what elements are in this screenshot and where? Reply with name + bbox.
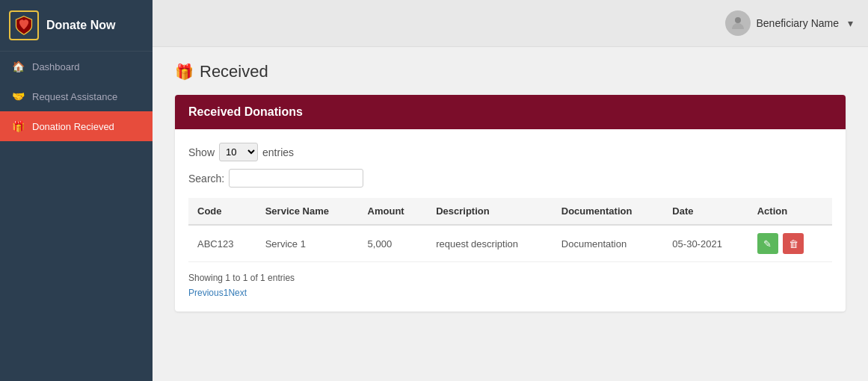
received-donations-card: Received Donations Show 10 25 50 100 ent… xyxy=(175,95,846,312)
cell-description: request description xyxy=(427,225,552,262)
entries-label: entries xyxy=(262,146,294,158)
col-date: Date xyxy=(663,198,748,225)
pagination-links: Previous1Next xyxy=(188,286,832,298)
table-row: ABC123 Service 1 5,000 request descripti… xyxy=(188,225,832,262)
page-heading-icon: 🎁 xyxy=(175,63,194,81)
page-heading: 🎁 Received xyxy=(175,62,846,81)
donations-table: Code Service Name Amount Description Doc… xyxy=(188,198,832,262)
delete-button[interactable]: 🗑 xyxy=(783,233,804,254)
app-logo-icon xyxy=(9,10,39,40)
sidebar-item-dashboard[interactable]: 🏠 Dashboard xyxy=(0,52,153,81)
cell-action: ✎ 🗑 xyxy=(748,225,832,262)
search-row: Search: xyxy=(188,169,832,188)
col-action: Action xyxy=(748,198,832,225)
top-nav: Beneficiary Name ▾ xyxy=(153,0,868,47)
pagination-info-text: Showing 1 to 1 of 1 entries xyxy=(188,273,295,283)
sidebar-item-donation-received-label: Donation Recieved xyxy=(32,121,114,132)
col-amount: Amount xyxy=(359,198,428,225)
table-show-controls: Show 10 25 50 100 entries xyxy=(188,143,832,161)
entries-select[interactable]: 10 25 50 100 xyxy=(219,143,258,161)
page-content: 🎁 Received Received Donations Show 10 25… xyxy=(153,47,868,381)
pagination-next[interactable]: Next xyxy=(228,288,247,298)
card-body: Show 10 25 50 100 entries Search: xyxy=(175,129,846,312)
svg-point-0 xyxy=(735,17,741,23)
cell-code: ABC123 xyxy=(188,225,256,262)
sidebar-item-request-assistance[interactable]: 🤝 Request Assistance xyxy=(0,81,153,111)
sidebar: Donate Now 🏠 Dashboard 🤝 Request Assista… xyxy=(0,0,153,381)
user-menu[interactable]: Beneficiary Name ▾ xyxy=(725,10,854,36)
donation-received-icon: 🎁 xyxy=(12,120,25,132)
search-label: Search: xyxy=(188,173,224,185)
table-header: Code Service Name Amount Description Doc… xyxy=(188,198,832,225)
request-assistance-icon: 🤝 xyxy=(12,90,25,102)
username-label: Beneficiary Name xyxy=(757,17,840,29)
col-description: Description xyxy=(427,198,552,225)
col-documentation: Documentation xyxy=(552,198,664,225)
cell-documentation: Documentation xyxy=(552,225,664,262)
card-header: Received Donations xyxy=(175,95,846,129)
sidebar-item-dashboard-label: Dashboard xyxy=(32,61,80,72)
page-heading-text: Received xyxy=(200,62,268,81)
pagination-info: Showing 1 to 1 of 1 entries xyxy=(188,273,832,283)
cell-service-name: Service 1 xyxy=(256,225,359,262)
show-label: Show xyxy=(188,146,215,158)
sidebar-item-donation-received[interactable]: 🎁 Donation Recieved xyxy=(0,111,153,141)
table-header-row: Code Service Name Amount Description Doc… xyxy=(188,198,832,225)
col-code: Code xyxy=(188,198,256,225)
app-title: Donate Now xyxy=(46,19,115,32)
edit-button[interactable]: ✎ xyxy=(757,233,778,254)
cell-amount: 5,000 xyxy=(359,225,428,262)
sidebar-item-request-assistance-label: Request Assistance xyxy=(32,91,117,102)
user-dropdown-arrow: ▾ xyxy=(848,17,853,29)
cell-date: 05-30-2021 xyxy=(663,225,748,262)
pagination-previous[interactable]: Previous xyxy=(188,288,224,298)
sidebar-header: Donate Now xyxy=(0,0,153,52)
dashboard-icon: 🏠 xyxy=(12,61,25,72)
search-input[interactable] xyxy=(229,169,363,188)
avatar xyxy=(725,10,751,36)
main-content: Beneficiary Name ▾ 🎁 Received Received D… xyxy=(153,0,868,381)
table-body: ABC123 Service 1 5,000 request descripti… xyxy=(188,225,832,262)
col-service-name: Service Name xyxy=(256,198,359,225)
